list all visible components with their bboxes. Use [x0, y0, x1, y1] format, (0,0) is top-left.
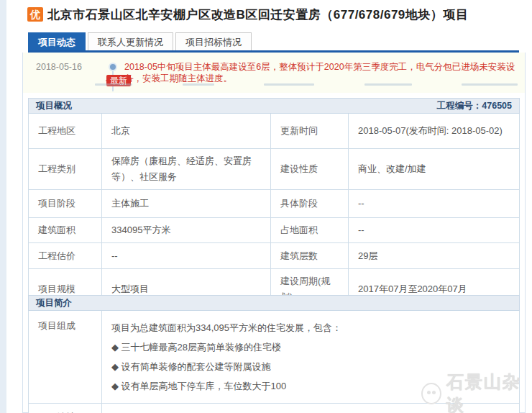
row-label: 占地面积	[271, 218, 349, 242]
project-number: 工程编号：476505	[437, 100, 512, 112]
row-label: 项目组成	[29, 311, 102, 403]
row-label: 更新时间	[271, 114, 349, 148]
update-text: 2018-05中旬项目主体最高建设至6层，整体预计于2020年第三季度完工，电气…	[124, 61, 524, 84]
row-label: 项目地址	[29, 404, 102, 413]
row-value: 北京	[102, 114, 271, 148]
table-row: 工程地区 北京 更新时间 2018-05-07(发布时间: 2018-05-02…	[29, 114, 519, 148]
intro-section-header: 项目简介	[28, 295, 520, 311]
table-row: 工程类别 保障房（廉租房、经适房、安置房等）、社区服务 建设性质 商业、改建/加…	[29, 148, 519, 189]
row-label: 建筑层数	[271, 243, 349, 268]
table-row: 工程估价 -- 建筑层数 29层	[29, 242, 519, 268]
row-value: 主体施工	[102, 190, 271, 217]
project-intro-section: 项目简介 项目组成 项目为总建筑面积为334,095平方米的住宅发展，包含： ◆…	[28, 295, 520, 413]
latest-update-notice: 2018-05-16 2018-05中旬项目主体最高建设至6层，整体预计于202…	[23, 53, 525, 93]
page-header: 优 北京市石景山区北辛安棚户区改造B区回迁安置房（677/678/679地块）项…	[27, 6, 527, 24]
overview-table: 工程地区 北京 更新时间 2018-05-07(发布时间: 2018-05-02…	[28, 114, 520, 310]
row-value: 334095平方米	[102, 218, 271, 242]
project-number-value: 476505	[482, 101, 512, 111]
row-label: 工程类别	[29, 149, 102, 189]
row-label: 工程地区	[29, 114, 102, 148]
timeline-dot-icon	[110, 64, 116, 70]
page-title: 北京市石景山区北辛安棚户区改造B区回迁安置房（677/678/679地块）项目	[47, 6, 468, 24]
row-label: 具体阶段	[271, 190, 349, 217]
tab-project-updates[interactable]: 项目动态	[28, 32, 86, 51]
row-value: 29层	[349, 243, 519, 268]
row-value: --	[102, 243, 271, 268]
tab-bar: 项目动态 联系人更新情况 项目招标情况	[28, 32, 252, 51]
intro-table: 项目组成 项目为总建筑面积为334,095平方米的住宅发展，包含： ◆ 三十七幢…	[28, 311, 520, 413]
table-row: 项目地址 北京市石景山区北辛安地区，东至特钢厂区，南至石景山路，西至北辛安路，北…	[29, 403, 519, 413]
overview-section-header: 项目概况 工程编号：476505	[28, 98, 520, 114]
row-label: 项目阶段	[29, 190, 102, 217]
row-label: 建设性质	[271, 149, 349, 189]
overview-title: 项目概况	[36, 100, 72, 112]
project-number-label: 工程编号：	[437, 101, 482, 111]
row-value: --	[349, 190, 519, 217]
row-value: --	[349, 218, 519, 242]
row-value: 商业、改建/加建	[349, 149, 519, 189]
row-value: 2018-05-07(发布时间: 2018-05-02)	[349, 114, 519, 148]
tab-project-bidding[interactable]: 项目招标情况	[175, 32, 252, 51]
row-value: 保障房（廉租房、经适房、安置房等）、社区服务	[102, 149, 271, 189]
tab-content-panel: 2018-05-16 2018-05中旬项目主体最高建设至6层，整体预计于202…	[22, 53, 526, 413]
table-row: 项目组成 项目为总建筑面积为334,095平方米的住宅发展，包含： ◆ 三十七幢…	[29, 311, 519, 403]
table-row: 建筑面积 334095平方米 占地面积 --	[29, 217, 519, 242]
project-overview-section: 项目概况 工程编号：476505 工程地区 北京 更新时间 2018-05-07…	[28, 98, 520, 310]
grade-badge: 优	[27, 7, 43, 22]
row-label: 建筑面积	[29, 218, 102, 242]
project-address-cell: 北京市石景山区北辛安地区，东至特钢厂区，南至石景山路，西至北辛安路，北至阜石路 …	[102, 404, 519, 413]
row-label: 工程估价	[29, 243, 102, 268]
project-composition: 项目为总建筑面积为334,095平方米的住宅发展，包含： ◆ 三十七幢最高28层…	[102, 311, 519, 403]
page-left-margin-strip	[0, 0, 6, 413]
intro-title: 项目简介	[36, 297, 72, 309]
tab-contact-updates[interactable]: 联系人更新情况	[88, 32, 173, 51]
faded-action-bar	[95, 83, 518, 88]
update-date: 2018-05-16	[36, 62, 82, 72]
table-row: 项目阶段 主体施工 具体阶段 --	[29, 189, 519, 217]
